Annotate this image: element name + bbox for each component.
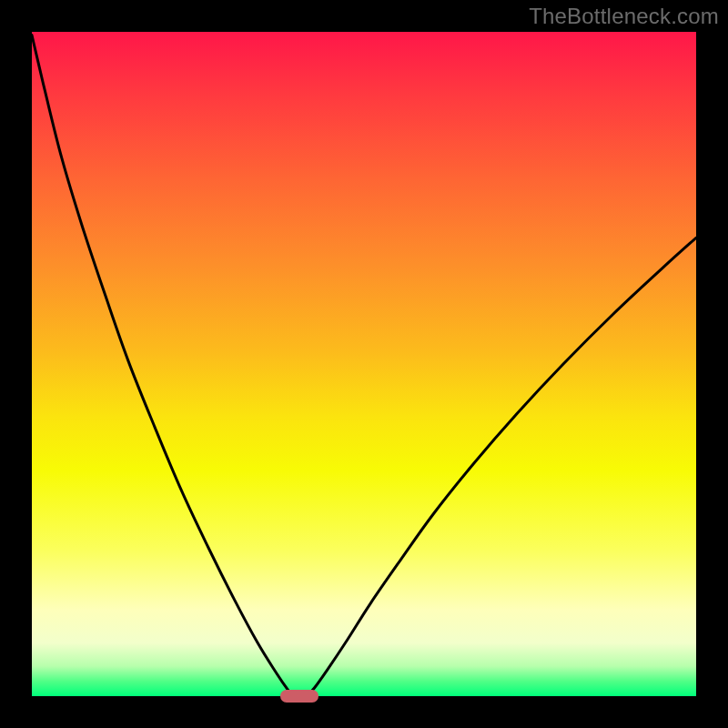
watermark-label: TheBottleneck.com [529, 4, 719, 29]
plot-svg [32, 32, 696, 696]
chart-frame: TheBottleneck.com [0, 0, 728, 728]
gradient-background [32, 32, 696, 696]
min-marker [280, 690, 318, 703]
plot-area [32, 32, 696, 696]
